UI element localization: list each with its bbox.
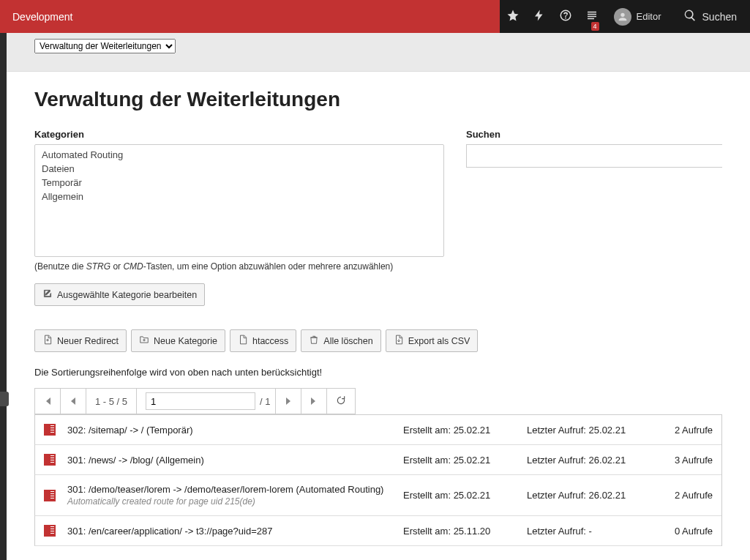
row-created: Erstellt am: 25.02.21: [403, 490, 524, 501]
user-menu[interactable]: Editor: [605, 0, 670, 33]
edit-icon: [42, 288, 53, 301]
row-title: 301: /demo/teaser/lorem -> /demo/teaser/…: [67, 484, 400, 495]
row-calls: 3 Aufrufe: [650, 455, 713, 466]
row-last: Letzter Aufruf: -: [527, 526, 648, 537]
document-icon: [238, 335, 248, 347]
new-category-button[interactable]: Neue Kategorie: [131, 329, 225, 352]
avatar-icon: [614, 8, 631, 26]
sort-note: Die Sortierungsreihenfolge wird von oben…: [34, 367, 722, 378]
bookmark-button[interactable]: [500, 0, 526, 33]
record-icon: [44, 454, 56, 466]
record-icon: [44, 424, 56, 436]
user-role-label: Editor: [637, 11, 661, 22]
global-search-label: Suchen: [702, 11, 737, 23]
row-created: Erstellt am: 25.11.20: [403, 526, 524, 537]
record-icon: [44, 525, 56, 537]
module-select[interactable]: Verwaltung der Weiterleitungen: [34, 39, 176, 53]
categories-hint: (Benutze die STRG or CMD-Tasten, um eine…: [34, 261, 444, 272]
page-next-button[interactable]: [276, 389, 301, 414]
page-range-label: 1 - 5 / 5: [86, 389, 137, 414]
row-calls: 0 Aufrufe: [650, 526, 713, 537]
row-subtitle: Automatically created route for page uid…: [67, 496, 400, 507]
topbar-tools: 4 Editor Suchen: [500, 0, 750, 33]
htaccess-button[interactable]: htaccess: [230, 329, 296, 352]
page-title: Verwaltung der Weiterleitungen: [34, 88, 722, 111]
row-calls: 2 Aufrufe: [650, 490, 713, 501]
flash-button[interactable]: [526, 0, 552, 33]
redirect-list: 302: /sitemap/ -> / (Temporär) Erstellt …: [34, 414, 722, 546]
delete-all-button[interactable]: Alle löschen: [301, 329, 380, 352]
search-input[interactable]: [466, 144, 722, 168]
module-select-area: Verwaltung der Weiterleitungen: [7, 33, 750, 72]
search-icon: [683, 9, 697, 24]
table-row[interactable]: 301: /en/career/application/ -> t3://pag…: [34, 516, 721, 546]
page-refresh-button[interactable]: [327, 389, 355, 414]
edit-category-button[interactable]: Ausgewählte Kategorie bearbeiten: [34, 283, 205, 306]
help-button[interactable]: [552, 0, 579, 33]
new-redirect-button[interactable]: Neuer Redirect: [34, 329, 127, 352]
add-folder-icon: [139, 335, 149, 347]
page-last-button[interactable]: [301, 389, 327, 414]
export-icon: [394, 335, 404, 347]
row-title: 301: /news/ -> /blog/ (Allgemein): [67, 455, 400, 466]
table-row[interactable]: 302: /sitemap/ -> / (Temporär) Erstellt …: [34, 415, 721, 445]
prev-icon: [70, 396, 77, 407]
notification-badge: 4: [591, 22, 599, 31]
refresh-icon: [336, 395, 346, 408]
table-row[interactable]: 301: /news/ -> /blog/ (Allgemein) Erstel…: [34, 445, 721, 475]
page-first-button[interactable]: [35, 389, 61, 414]
row-last: Letzter Aufruf: 26.02.21: [527, 490, 648, 501]
row-created: Erstellt am: 25.02.21: [403, 455, 524, 466]
brand-name: Development: [0, 0, 86, 33]
row-title: 301: /en/career/application/ -> t3://pag…: [67, 526, 400, 537]
sidebar-expand-handle[interactable]: [0, 392, 9, 406]
row-title: 302: /sitemap/ -> / (Temporär): [67, 425, 400, 436]
next-icon: [285, 396, 292, 407]
page-total-label: / 1: [260, 396, 270, 407]
table-row[interactable]: 301: /demo/teaser/lorem -> /demo/teaser/…: [34, 475, 721, 516]
add-document-icon: [42, 335, 53, 347]
export-csv-label: Export als CSV: [408, 336, 470, 346]
topbar: Development 4 Editor: [0, 0, 750, 33]
pagination: 1 - 5 / 5 / 1: [34, 388, 356, 414]
row-last: Letzter Aufruf: 26.02.21: [527, 455, 648, 466]
row-created: Erstellt am: 25.02.21: [403, 425, 524, 436]
global-search[interactable]: Suchen: [670, 0, 750, 33]
trash-icon: [309, 335, 319, 347]
row-calls: 2 Aufrufe: [650, 425, 713, 436]
star-icon: [506, 9, 520, 24]
delete-all-label: Alle löschen: [323, 336, 372, 346]
edit-category-label: Ausgewählte Kategorie bearbeiten: [57, 290, 197, 300]
page-input[interactable]: [146, 392, 255, 410]
row-last: Letzter Aufruf: 25.02.21: [527, 425, 648, 436]
last-icon: [310, 396, 318, 407]
htaccess-label: htaccess: [252, 336, 288, 346]
categories-select[interactable]: Automated Routing Dateien Temporär Allge…: [34, 144, 444, 257]
page-prev-button[interactable]: [61, 389, 86, 414]
module-sidebar-collapsed: [0, 33, 7, 560]
search-label: Suchen: [466, 129, 722, 140]
bolt-icon: [533, 9, 546, 24]
record-icon: [44, 490, 56, 501]
categories-label: Kategorien: [34, 129, 444, 140]
export-csv-button[interactable]: Export als CSV: [386, 329, 479, 352]
new-category-label: Neue Kategorie: [154, 336, 217, 346]
first-icon: [44, 396, 51, 407]
notifications-button[interactable]: 4: [579, 0, 605, 33]
help-icon: [559, 9, 572, 24]
new-redirect-label: Neuer Redirect: [57, 336, 119, 346]
